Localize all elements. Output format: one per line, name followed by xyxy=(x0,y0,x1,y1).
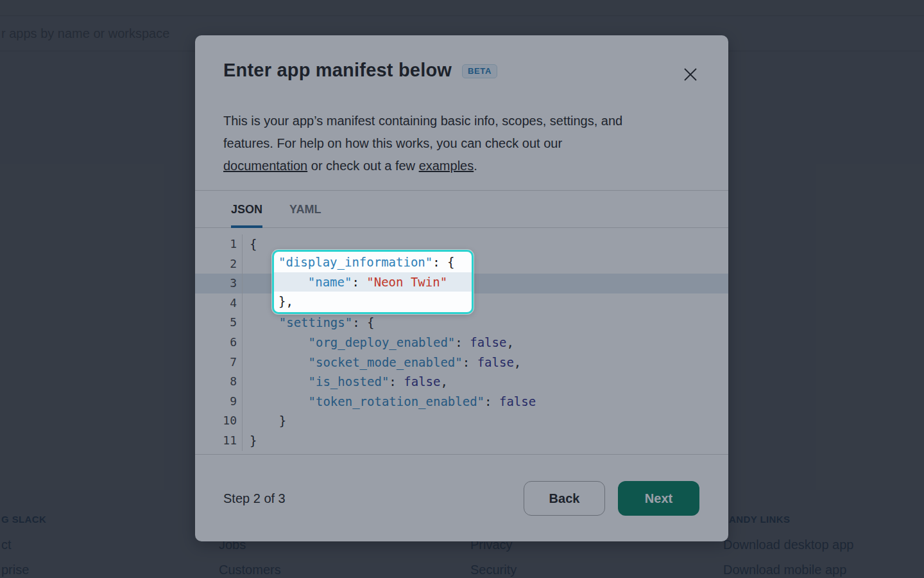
code-token: , xyxy=(514,355,521,369)
spotlight-highlight: "display_information": { "name": "Neon T… xyxy=(272,250,474,314)
code-token: false xyxy=(499,394,536,408)
code-token: , xyxy=(440,374,447,389)
code-line: 7 "socket_mode_enabled": false, xyxy=(195,353,728,372)
editor-tabs: JSON YAML xyxy=(195,190,728,228)
code-line: 10 } xyxy=(195,411,728,431)
code-token xyxy=(250,394,309,408)
code-token: "socket_mode_enabled" xyxy=(309,355,463,369)
beta-badge: BETA xyxy=(462,64,497,78)
code-token: , xyxy=(506,335,513,349)
code-content xyxy=(243,293,250,313)
next-button[interactable]: Next xyxy=(618,481,699,516)
code-content: "settings": { xyxy=(243,313,374,333)
line-number: 8 xyxy=(195,372,243,392)
step-indicator: Step 2 of 3 xyxy=(223,491,286,506)
code-token xyxy=(250,414,279,428)
code-token: false xyxy=(477,355,514,369)
code-token: : { xyxy=(432,255,454,269)
line-number: 2 xyxy=(195,254,243,274)
back-button[interactable]: Back xyxy=(524,481,605,516)
code-line: 11} xyxy=(195,431,728,451)
code-token: false xyxy=(404,374,440,389)
code-token xyxy=(250,315,279,329)
line-number: 5 xyxy=(195,313,243,333)
code-content: "token_rotation_enabled": false xyxy=(243,392,536,412)
line-number: 7 xyxy=(195,353,243,372)
code-token: "Neon Twin" xyxy=(366,275,447,289)
line-number: 6 xyxy=(195,333,243,353)
code-content: "org_deploy_enabled": false, xyxy=(243,333,514,353)
code-line: 6 "org_deploy_enabled": false, xyxy=(195,333,728,353)
spotlight-code-line: "display_information": { xyxy=(278,252,465,272)
line-number: 1 xyxy=(195,234,243,254)
line-number: 4 xyxy=(195,293,243,313)
code-token: : xyxy=(463,355,477,369)
tab-json[interactable]: JSON xyxy=(231,191,262,228)
code-token: : xyxy=(455,335,470,349)
close-button[interactable] xyxy=(681,65,700,84)
code-content: { xyxy=(243,234,257,254)
modal-description: This is your app’s manifest containing b… xyxy=(223,110,698,177)
code-token: { xyxy=(250,237,257,251)
code-token: "display_information" xyxy=(278,255,432,269)
code-token: "is_hosted" xyxy=(309,374,389,389)
code-token: false xyxy=(470,335,506,349)
code-token: "name" xyxy=(308,275,352,289)
code-token xyxy=(250,335,309,349)
code-token: : xyxy=(484,394,499,408)
description-link[interactable]: examples xyxy=(419,159,474,173)
code-line: 8 "is_hosted": false, xyxy=(195,372,728,392)
code-token: "settings" xyxy=(279,315,352,329)
spotlight-code-line: "name": "Neon Twin" xyxy=(274,272,472,292)
code-token: : xyxy=(352,275,366,289)
code-token: "token_rotation_enabled" xyxy=(309,394,485,408)
code-line: 5 "settings": { xyxy=(195,313,728,333)
code-content: "is_hosted": false, xyxy=(243,372,448,392)
app-manifest-modal: Enter app manifest below BETA This is yo… xyxy=(195,35,728,541)
close-icon xyxy=(682,66,699,83)
code-line: 9 "token_rotation_enabled": false xyxy=(195,392,728,412)
code-content: "socket_mode_enabled": false, xyxy=(243,353,521,372)
code-content: } xyxy=(243,411,286,431)
code-token xyxy=(278,275,308,289)
code-token: : { xyxy=(352,315,374,329)
code-token: : xyxy=(389,374,404,389)
code-token: } xyxy=(250,434,257,448)
code-token: }, xyxy=(278,294,293,308)
line-number: 10 xyxy=(195,411,243,431)
line-number: 3 xyxy=(195,274,243,293)
tab-yaml[interactable]: YAML xyxy=(289,191,321,228)
code-token xyxy=(250,374,309,389)
code-token: "org_deploy_enabled" xyxy=(309,335,456,349)
code-content: } xyxy=(243,431,257,451)
code-editor[interactable]: 1{2345 "settings": {6 "org_deploy_enable… xyxy=(195,229,728,455)
code-token: } xyxy=(279,414,286,428)
spotlight-code-line: }, xyxy=(278,292,465,311)
code-token xyxy=(250,355,309,369)
code-content xyxy=(243,274,250,293)
line-number: 9 xyxy=(195,392,243,412)
line-number: 11 xyxy=(195,431,243,451)
modal-title: Enter app manifest below xyxy=(223,60,452,81)
description-link[interactable]: documentation xyxy=(223,159,307,173)
code-content xyxy=(243,254,250,274)
